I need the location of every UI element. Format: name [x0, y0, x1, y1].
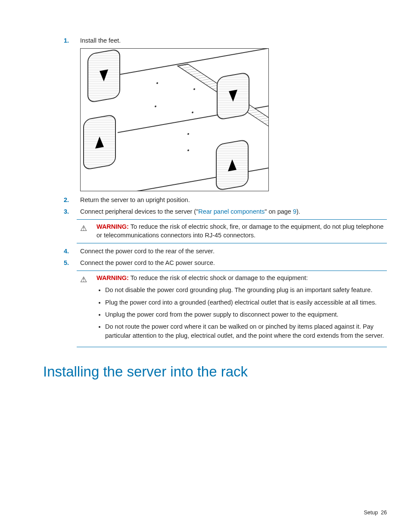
section-heading: Installing the server into the rack: [43, 362, 387, 382]
step-text-part: " on page: [265, 208, 293, 215]
page-link[interactable]: 9: [293, 208, 296, 215]
step-3: 3. Connect peripheral devices to the ser…: [64, 207, 387, 216]
warning-box-1: ⚠ WARNING: To reduce the risk of electri…: [77, 219, 387, 244]
step-number: 2.: [64, 196, 80, 204]
step-5: 5. Connect the power cord to the AC powe…: [64, 258, 387, 267]
bullet-item: Do not route the power cord where it can…: [105, 322, 384, 340]
step-1: 1. Install the feet.: [64, 36, 387, 45]
step-text: Install the feet.: [80, 36, 387, 45]
step-number: 3.: [64, 207, 80, 216]
bullet-item: Do not disable the power cord grounding …: [105, 286, 384, 294]
step-text: Connect peripheral devices to the server…: [80, 207, 387, 216]
page-content: 1. Install the feet. 2. Return the serve…: [0, 0, 411, 399]
ordered-steps-cont2: 4. Connect the power cord to the rear of…: [64, 247, 387, 267]
warning-body: WARNING: To reduce the risk of electric …: [90, 274, 387, 343]
warning-icon: ⚠: [77, 274, 90, 343]
ordered-steps: 1. Install the feet.: [64, 36, 387, 45]
warning-label: WARNING:: [97, 274, 129, 281]
step-number: 4.: [64, 247, 80, 255]
warning-box-2: ⚠ WARNING: To reduce the risk of electri…: [77, 271, 387, 347]
warning-label: WARNING:: [97, 223, 129, 230]
step-text-part: Connect peripheral devices to the server…: [80, 208, 198, 215]
install-feet-figure: [80, 48, 269, 191]
warning-intro: To reduce the risk of electric shock or …: [131, 274, 308, 281]
bullet-item: Plug the power cord into a grounded (ear…: [105, 298, 384, 307]
step-2: 2. Return the server to an upright posit…: [64, 196, 387, 204]
footer-section: Setup: [364, 510, 378, 516]
footer-page-number: 26: [381, 510, 387, 516]
xref-link[interactable]: Rear panel components: [198, 208, 265, 215]
step-text: Connect the power cord to the AC power s…: [80, 258, 387, 267]
bullet-item: Unplug the power cord from the power sup…: [105, 310, 384, 319]
step-number: 1.: [64, 36, 80, 45]
warning-icon: ⚠: [77, 222, 90, 240]
step-text: Connect the power cord to the rear of th…: [80, 247, 387, 255]
warning-body: WARNING: To reduce the risk of electric …: [90, 222, 387, 240]
step-text: Return the server to an upright position…: [80, 196, 387, 204]
step-text-part: ).: [296, 208, 300, 215]
ordered-steps-cont: 2. Return the server to an upright posit…: [64, 196, 387, 216]
warning-bullets: Do not disable the power cord grounding …: [105, 286, 384, 339]
warning-text: To reduce the risk of electric shock, fi…: [97, 223, 383, 239]
step-4: 4. Connect the power cord to the rear of…: [64, 247, 387, 255]
step-number: 5.: [64, 258, 80, 267]
page-footer: Setup 26: [364, 509, 387, 517]
